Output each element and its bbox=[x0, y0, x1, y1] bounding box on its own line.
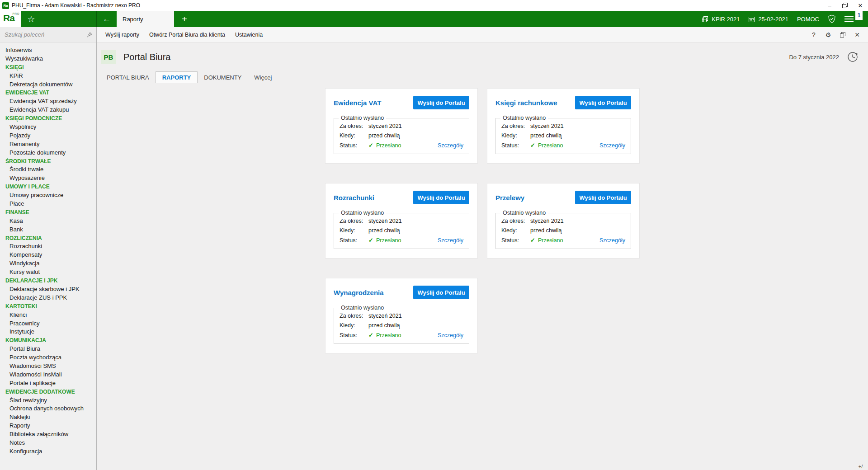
menu-send-reports[interactable]: Wyślij raporty bbox=[100, 32, 144, 38]
sidebar-item[interactable]: Środki trwałe bbox=[0, 165, 96, 174]
minimize-button[interactable]: – bbox=[822, 0, 837, 11]
tab-portal-biura[interactable]: PORTAL BIURA bbox=[100, 71, 156, 83]
sidebar-item[interactable]: Biblioteka załączników bbox=[0, 430, 96, 439]
sidebar-item[interactable]: Pracownicy bbox=[0, 320, 96, 328]
main-area: Wyślij raporty Otwórz Portal Biura dla k… bbox=[97, 27, 868, 470]
status-row: Status: ✓Przesłano Szczegóły bbox=[340, 330, 463, 340]
send-to-portal-button[interactable]: Wyślij do Portalu bbox=[413, 191, 469, 204]
date-selector[interactable]: 25-02-2021 bbox=[748, 16, 788, 23]
sidebar-item[interactable]: Deklaracje ZUS i PPK bbox=[0, 294, 96, 302]
sidebar-item[interactable]: Portal Biura bbox=[0, 345, 96, 353]
new-tab-button[interactable]: + bbox=[174, 11, 195, 27]
sidebar-item[interactable]: Wspólnicy bbox=[0, 123, 96, 132]
sidebar-item[interactable]: Windykacja bbox=[0, 259, 96, 268]
sidebar-item[interactable]: Portale i aplikacje bbox=[0, 379, 96, 388]
sidebar-item[interactable]: Umowy pracownicze bbox=[0, 191, 96, 200]
sidebar-item[interactable]: Ewidencja VAT sprzedaży bbox=[0, 97, 96, 106]
app-logo[interactable]: Ra PRO bbox=[0, 11, 21, 27]
help-button[interactable]: POMOC bbox=[797, 16, 819, 23]
details-link[interactable]: Szczegóły bbox=[438, 141, 463, 150]
sidebar-item[interactable]: Dekretacja dokumentów bbox=[0, 80, 96, 89]
sidebar-item[interactable]: Kasa bbox=[0, 217, 96, 226]
tab-wiecej[interactable]: Więcej bbox=[248, 71, 278, 83]
toolbar-tab-raporty[interactable]: Raporty bbox=[117, 11, 174, 27]
sidebar-item[interactable]: Wyposażenie bbox=[0, 174, 96, 183]
restore-button[interactable] bbox=[837, 0, 853, 11]
sidebar-item[interactable]: Remanenty bbox=[0, 140, 96, 149]
security-button[interactable] bbox=[828, 14, 836, 24]
close-button[interactable]: ✕ bbox=[853, 0, 868, 11]
last-sent-legend: Ostatnio wysłano bbox=[339, 305, 386, 311]
card-head: Księgi rachunkowe Wyślij do Portalu bbox=[495, 96, 631, 109]
sidebar-item[interactable]: Bank bbox=[0, 226, 96, 234]
favorites-button[interactable]: ☆ bbox=[21, 11, 41, 27]
sidebar-item[interactable]: Ślad rewizyjny bbox=[0, 396, 96, 405]
menu-button[interactable]: 1 bbox=[844, 11, 856, 27]
sidebar-section-header: ŚRODKI TRWAŁE bbox=[0, 157, 96, 166]
module-badge: PB bbox=[101, 50, 116, 64]
sidebar-item[interactable]: Poczta wychodząca bbox=[0, 353, 96, 362]
row-label: Za okres: bbox=[340, 311, 368, 321]
report-card: Przelewy Wyślij do Portalu Ostatnio wysł… bbox=[487, 183, 639, 258]
sidebar-section-header: KOMUNIKACJA bbox=[0, 336, 96, 345]
row-label: Kiedy: bbox=[340, 131, 368, 141]
row-value: przed chwilą bbox=[368, 226, 463, 235]
send-to-portal-button[interactable]: Wyślij do Portalu bbox=[413, 96, 469, 109]
send-to-portal-button[interactable]: Wyślij do Portalu bbox=[575, 191, 631, 204]
sync-history-button[interactable] bbox=[846, 51, 859, 63]
tab-content: Ewidencja VAT Wyślij do Portalu Ostatnio… bbox=[97, 83, 868, 470]
row-label: Za okres: bbox=[340, 216, 368, 226]
sidebar-item[interactable]: Ochrona danych osobowych bbox=[0, 404, 96, 413]
command-search[interactable]: Szukaj poleceń bbox=[0, 27, 96, 42]
report-card: Rozrachunki Wyślij do Portalu Ostatnio w… bbox=[326, 183, 477, 258]
send-to-portal-button[interactable]: Wyślij do Portalu bbox=[575, 96, 631, 109]
sidebar-item[interactable]: Notes bbox=[0, 439, 96, 447]
details-link[interactable]: Szczegóły bbox=[438, 331, 463, 340]
card-row: Za okres:styczeń 2021 bbox=[340, 216, 463, 226]
sidebar-item[interactable]: Wiadomości InsMail bbox=[0, 371, 96, 379]
back-button[interactable]: ← bbox=[97, 11, 117, 27]
sidebar-item[interactable]: Płace bbox=[0, 200, 96, 208]
sidebar-item[interactable]: Ewidencja VAT zakupu bbox=[0, 106, 96, 114]
period-selector[interactable]: KPiR 2021 bbox=[702, 16, 740, 23]
sidebar-item[interactable]: Pojazdy bbox=[0, 132, 96, 140]
notification-badge[interactable]: 1 bbox=[855, 11, 863, 20]
sidebar-item[interactable]: KPiR bbox=[0, 72, 96, 80]
sidebar-item[interactable]: Deklaracje skarbowe i JPK bbox=[0, 285, 96, 294]
check-icon: ✓ bbox=[530, 237, 535, 244]
sidebar-item[interactable]: Naklejki bbox=[0, 413, 96, 422]
sidebar-item[interactable]: Pozostałe dokumenty bbox=[0, 149, 96, 157]
module-close-button[interactable]: ✕ bbox=[850, 31, 864, 38]
sidebar-nav: InfoserwisWyszukiwarkaKSIĘGIKPiRDekretac… bbox=[0, 42, 96, 456]
status-row: Status: ✓Przesłano Szczegóły bbox=[501, 141, 625, 150]
app-icon: Ra bbox=[2, 2, 9, 9]
card-row: Za okres:styczeń 2021 bbox=[340, 311, 463, 321]
pin-icon[interactable] bbox=[86, 32, 93, 38]
sidebar-item[interactable]: Klienci bbox=[0, 311, 96, 320]
sidebar-item[interactable]: Kompensaty bbox=[0, 251, 96, 259]
status-label: Status: bbox=[340, 141, 368, 150]
tab-raporty[interactable]: RAPORTY bbox=[156, 71, 198, 83]
sidebar-item[interactable]: Konfiguracja bbox=[0, 447, 96, 456]
sidebar-item[interactable]: Infoserwis bbox=[0, 46, 96, 55]
page-title: Portal Biura bbox=[123, 52, 171, 62]
sidebar-item[interactable]: Raporty bbox=[0, 422, 96, 430]
details-link[interactable]: Szczegóły bbox=[438, 236, 463, 245]
sidebar-item[interactable]: Wyszukiwarka bbox=[0, 55, 96, 63]
tab-dokumenty[interactable]: DOKUMENTY bbox=[198, 71, 248, 83]
period-label: KPiR 2021 bbox=[712, 16, 740, 23]
menu-open-portal[interactable]: Otwórz Portal Biura dla klienta bbox=[144, 32, 230, 38]
details-link[interactable]: Szczegóły bbox=[599, 236, 625, 245]
sidebar-item[interactable]: Instytucje bbox=[0, 328, 96, 336]
sidebar-item[interactable]: Kursy walut bbox=[0, 268, 96, 277]
module-settings-button[interactable]: ⚙ bbox=[821, 31, 835, 38]
menu-settings[interactable]: Ustawienia bbox=[230, 32, 268, 38]
menubar-right: ? ⚙ ✕ bbox=[807, 31, 868, 38]
sidebar-item[interactable]: Wiadomości SMS bbox=[0, 362, 96, 371]
row-value: przed chwilą bbox=[530, 226, 625, 235]
send-to-portal-button[interactable]: Wyślij do Portalu bbox=[413, 286, 469, 299]
module-detach-button[interactable] bbox=[835, 32, 850, 38]
module-help-button[interactable]: ? bbox=[807, 31, 821, 38]
details-link[interactable]: Szczegóły bbox=[599, 141, 625, 150]
sidebar-item[interactable]: Rozrachunki bbox=[0, 242, 96, 251]
